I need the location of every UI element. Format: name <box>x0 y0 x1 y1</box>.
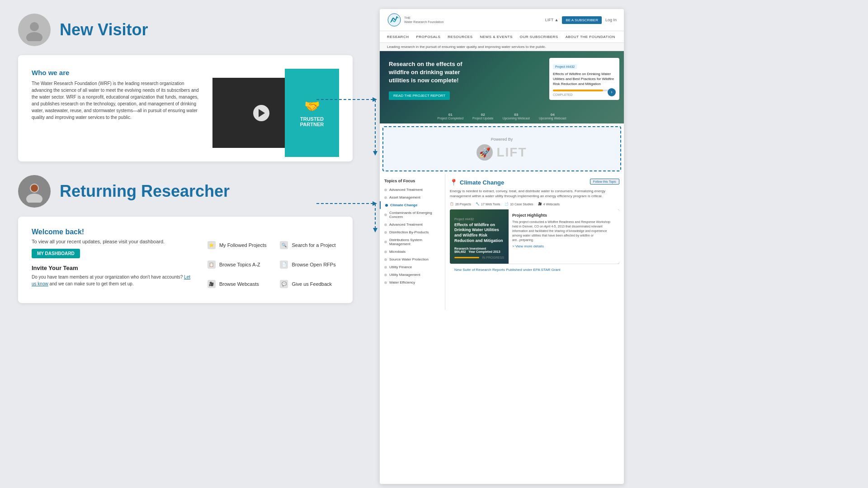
topic-disinfection[interactable]: Disinfection By-Products <box>380 228 445 236</box>
returning-researcher-title: Returning Researcher <box>60 182 230 201</box>
quick-link-search-project[interactable]: 🔍 Search for a Project <box>280 237 339 253</box>
trusted-partner-overlay: 🤝 TRUSTED PARTNER <box>285 69 339 157</box>
topic-dot <box>384 189 387 191</box>
hero-card-arrow-button[interactable]: › <box>608 88 616 96</box>
topic-climate-change[interactable]: Climate Change <box>380 201 445 209</box>
wrf-search-label[interactable]: LIFT ▲ <box>545 18 559 22</box>
lift-text: LIFT <box>496 145 527 160</box>
topic-asset-management[interactable]: Asset Management <box>380 194 445 201</box>
climate-stats: 📋 26 Projects 🔧 17 Web Tools 📄 10 Case S… <box>450 202 619 206</box>
topic-microbials[interactable]: Microbials <box>380 248 445 256</box>
topic-advanced-treatment[interactable]: Advanced Treatment <box>380 186 445 194</box>
wrf-tagline: Leading research in the pursuit of ensur… <box>380 43 624 51</box>
list-icon: 📋 <box>208 261 216 269</box>
topic-utility-management[interactable]: Utility Management <box>380 271 445 279</box>
wrf-hero-cta-button[interactable]: READ THE PROJECT REPORT <box>389 91 450 100</box>
quick-link-browse-topics[interactable]: 📋 Browse Topics A-Z <box>208 256 267 272</box>
tools-icon: 🔧 <box>476 202 480 206</box>
nav-about[interactable]: ABOUT THE FOUNDATION <box>566 33 615 40</box>
topic-dot <box>384 213 387 216</box>
topic-dot <box>384 231 387 234</box>
quick-links-grid: ⭐ My Followed Projects 🔍 Search for a Pr… <box>208 237 339 292</box>
topic-dot <box>384 266 387 269</box>
projects-icon: 📋 <box>450 202 454 206</box>
video-play-button[interactable] <box>253 105 269 121</box>
progress-line <box>454 257 479 258</box>
star-icon: ⭐ <box>208 241 216 249</box>
new-visitor-card: Who we are The Water Research Foundation… <box>18 55 353 161</box>
svg-marker-10 <box>373 228 377 232</box>
wrf-hero-nav: 01Project Completed 02Project Update 03U… <box>380 113 624 120</box>
wrf-subscribe-button[interactable]: BE A SUBSCRIBER <box>562 16 602 24</box>
quick-link-followed-projects[interactable]: ⭐ My Followed Projects <box>208 237 267 253</box>
returning-researcher-header: Returning Researcher <box>18 175 353 208</box>
new-suite-label[interactable]: New Suite of Research Reports Published … <box>450 264 619 275</box>
my-dashboard-button[interactable]: MY DASHBOARD <box>32 249 80 258</box>
topic-source-water[interactable]: Source Water Protection <box>380 256 445 263</box>
topic-water-efficiency[interactable]: Water Efficiency <box>380 279 445 286</box>
wrf-login-link[interactable]: Log In <box>605 18 617 22</box>
nav-resources[interactable]: RESOURCES <box>448 33 472 40</box>
topic-dot <box>384 223 387 226</box>
hero-nav-3[interactable]: 03Upcoming Webcast <box>502 113 530 120</box>
svg-point-13 <box>388 14 401 26</box>
nav-proposals[interactable]: PROPOSALS <box>416 33 440 40</box>
view-more-details-link[interactable]: > View more details <box>512 244 616 248</box>
project-card-tag: Project #4432 <box>454 218 504 221</box>
hero-nav-4[interactable]: 04Upcoming Webcast <box>539 113 566 120</box>
who-we-are-title: Who we are <box>32 69 203 76</box>
project-card: Project #4432 Effects of Wildfire on Dri… <box>450 209 619 264</box>
returning-researcher-avatar <box>18 175 51 208</box>
new-visitor-avatar <box>18 14 51 46</box>
topic-contaminants[interactable]: Contaminants of Emerging Concern <box>380 209 445 221</box>
nav-news-events[interactable]: NEWS & EVENTS <box>480 33 513 40</box>
project-card-title: Effects of Wildfire on Drinking Water Ut… <box>454 223 504 244</box>
project-investment: Research Investment $64,402 Year Complet… <box>454 247 504 253</box>
shield-icon: 🤝 <box>304 99 320 114</box>
hero-card-status: COMPLETED › <box>553 93 616 96</box>
topic-dot <box>384 258 387 261</box>
welcome-back-section: Welcome back! To view all your recent up… <box>32 228 194 292</box>
nav-research[interactable]: RESEARCH <box>387 33 409 40</box>
lift-powered-by-label: Powered By <box>491 137 513 142</box>
stat-webcasts: 🎥 4 Webcasts <box>538 202 560 206</box>
topic-dot <box>384 196 387 199</box>
topic-distributions[interactable]: Distributions System Management <box>380 236 445 248</box>
wrf-hero-content: Research on the effects of wildfire on d… <box>389 60 479 100</box>
svg-marker-11 <box>373 97 377 102</box>
invite-team-title: Invite Your Team <box>32 265 194 271</box>
follow-topic-button[interactable]: Follow this Topic <box>590 179 619 185</box>
quick-link-browse-rfps[interactable]: 📄 Browse Open RFPs <box>280 256 339 272</box>
wrf-hero-title: Research on the effects of wildfire on d… <box>389 60 479 85</box>
hero-card-progress-fill <box>553 90 603 91</box>
wrf-logo-sub: THE <box>404 16 443 20</box>
wrf-header: THE Water Research Foundation LIFT ▲ BE … <box>380 9 624 31</box>
wrf-website-panel: THE Water Research Foundation LIFT ▲ BE … <box>380 9 624 484</box>
lift-logo: 🚀 LIFT <box>476 144 527 161</box>
invite-team-section: Invite Your Team Do you have team member… <box>32 265 194 287</box>
hero-nav-2[interactable]: 02Project Update <box>472 113 493 120</box>
stat-web-tools: 🔧 17 Web Tools <box>476 202 500 206</box>
video-icon: 🎥 <box>208 280 216 288</box>
welcome-back-desc: To view all your recent updates, please … <box>32 239 194 244</box>
svg-point-0 <box>30 22 39 31</box>
in-progress-bar: IN PROGRESS <box>454 256 504 259</box>
project-highlights-title: Project Highlights <box>512 213 616 218</box>
lift-rocket-icon: 🚀 <box>476 144 493 161</box>
topic-dot <box>384 251 387 253</box>
nav-subscribers[interactable]: OUR SUBSCRIBERS <box>520 33 558 40</box>
quick-link-browse-webcasts[interactable]: 🎥 Browse Webcasts <box>208 276 267 292</box>
topic-utility-finance[interactable]: Utility Finance <box>380 263 445 271</box>
hero-nav-1[interactable]: 01Project Completed <box>437 113 463 120</box>
quick-link-feedback[interactable]: 💬 Give us Feedback <box>280 276 339 292</box>
document-icon: 📄 <box>280 261 288 269</box>
topic-advanced-treatment-2[interactable]: Advanced Treatment <box>380 221 445 228</box>
hero-card-tag: Project #4432 <box>553 64 577 69</box>
svg-marker-7 <box>373 151 377 156</box>
topics-panel: Topics of Focus Advanced Treatment Asset… <box>380 174 445 310</box>
wrf-logo: THE Water Research Foundation <box>387 13 443 27</box>
returning-researcher-card: Welcome back! To view all your recent up… <box>18 217 353 303</box>
wrf-header-right: LIFT ▲ BE A SUBSCRIBER Log In <box>545 16 617 24</box>
in-progress-label: IN PROGRESS <box>482 256 504 259</box>
feedback-icon: 💬 <box>280 280 288 288</box>
